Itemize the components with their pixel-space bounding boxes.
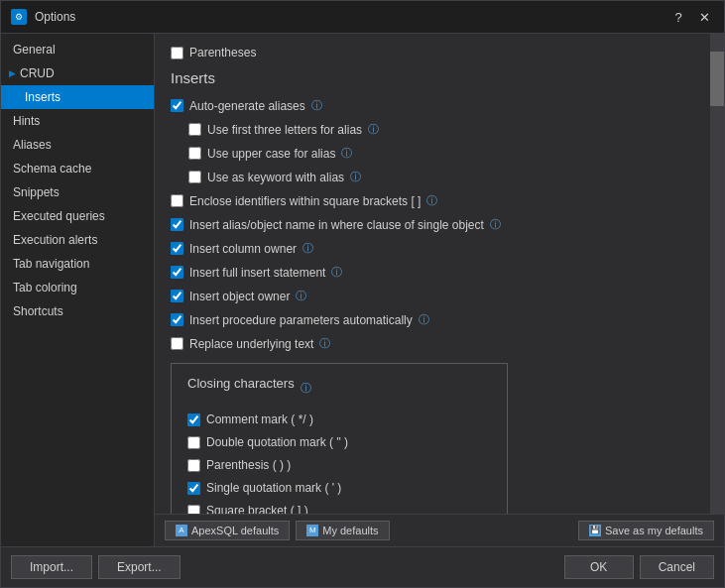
sidebar-item-snippets[interactable]: Snippets	[1, 180, 154, 204]
close-button[interactable]: ✕	[694, 7, 714, 27]
first-three-checkbox[interactable]	[188, 123, 201, 136]
auto-generate-label: Auto-generate aliases	[189, 99, 305, 113]
title-bar-left: ⚙ Options	[11, 9, 75, 25]
sidebar-item-label: Snippets	[13, 185, 60, 199]
object-owner-checkbox[interactable]	[171, 290, 183, 302]
apexsql-defaults-button[interactable]: A ApexSQL defaults	[165, 521, 290, 540]
sidebar-item-tab-navigation[interactable]: Tab navigation	[1, 252, 154, 276]
upper-case-checkbox[interactable]	[188, 147, 201, 160]
my-defaults-button[interactable]: M My defaults	[296, 521, 389, 540]
square-brackets-row: Enclose identifiers within square bracke…	[171, 191, 708, 210]
keyword-alias-checkbox[interactable]	[188, 171, 201, 183]
sidebar-item-label: Tab navigation	[13, 257, 89, 271]
column-owner-label: Insert column owner	[189, 242, 297, 256]
main-content-area: General ▶ CRUD Inserts Hints Aliases Sch…	[1, 34, 724, 546]
full-insert-row: Insert full insert statement ⓘ	[171, 263, 708, 282]
replace-text-row: Replace underlying text ⓘ	[171, 334, 708, 353]
save-defaults-label: Save as my defaults	[605, 525, 703, 536]
double-quote-checkbox[interactable]	[187, 436, 200, 449]
sidebar: General ▶ CRUD Inserts Hints Aliases Sch…	[1, 34, 155, 546]
parentheses-row: Parentheses	[171, 44, 708, 61]
scrollbar-thumb[interactable]	[710, 52, 724, 106]
object-owner-label: Insert object owner	[189, 290, 290, 303]
replace-text-checkbox[interactable]	[171, 337, 183, 350]
sidebar-item-hints[interactable]: Hints	[1, 109, 154, 133]
my-defaults-label: My defaults	[322, 525, 378, 536]
procedure-params-checkbox[interactable]	[171, 313, 183, 326]
sidebar-item-general[interactable]: General	[1, 38, 154, 61]
object-owner-info-icon[interactable]: ⓘ	[296, 289, 306, 303]
square-bracket-row: Square bracket ( ] )	[187, 502, 491, 514]
sidebar-item-label: Aliases	[13, 138, 52, 152]
sidebar-item-inserts[interactable]: Inserts	[1, 85, 154, 109]
sidebar-item-label: Schema cache	[13, 162, 91, 176]
my-defaults-icon: M	[306, 525, 318, 536]
replace-text-label: Replace underlying text	[189, 337, 313, 351]
sidebar-item-shortcuts[interactable]: Shortcuts	[1, 299, 154, 323]
bottom-action-bar: Import... Export... OK Cancel	[1, 546, 724, 587]
parenthesis-checkbox[interactable]	[187, 459, 200, 472]
procedure-params-info-icon[interactable]: ⓘ	[419, 312, 429, 327]
sidebar-item-label: CRUD	[20, 66, 55, 80]
sidebar-item-tab-coloring[interactable]: Tab coloring	[1, 276, 154, 299]
closing-info-icon[interactable]: ⓘ	[301, 381, 311, 396]
import-button[interactable]: Import...	[11, 555, 92, 579]
sidebar-item-label: Hints	[13, 114, 40, 128]
square-brackets-checkbox[interactable]	[171, 194, 183, 207]
alias-where-label: Insert alias/object name in where clause…	[189, 218, 484, 232]
scrollbar-track[interactable]	[710, 34, 724, 514]
column-owner-checkbox[interactable]	[171, 242, 183, 255]
alias-where-checkbox[interactable]	[171, 218, 183, 231]
ok-button[interactable]: OK	[564, 555, 634, 579]
upper-case-info-icon[interactable]: ⓘ	[341, 146, 352, 161]
double-quote-row: Double quotation mark ( " )	[187, 433, 491, 451]
sidebar-item-crud[interactable]: ▶ CRUD	[1, 61, 154, 85]
full-insert-checkbox[interactable]	[171, 266, 183, 279]
closing-title-row: Closing characters ⓘ	[187, 376, 491, 401]
keyword-alias-label: Use as keyword with alias	[207, 171, 344, 184]
keyword-alias-info-icon[interactable]: ⓘ	[350, 170, 361, 184]
parentheses-checkbox[interactable]	[171, 47, 183, 59]
single-quote-row: Single quotation mark ( ' )	[187, 479, 491, 497]
sidebar-item-label: Tab coloring	[13, 281, 77, 294]
sidebar-item-schema-cache[interactable]: Schema cache	[1, 157, 154, 180]
comment-mark-checkbox[interactable]	[187, 413, 200, 426]
procedure-params-row: Insert procedure parameters automaticall…	[171, 310, 708, 329]
alias-where-info-icon[interactable]: ⓘ	[490, 217, 501, 232]
closing-title: Closing characters	[187, 376, 295, 391]
full-insert-info-icon[interactable]: ⓘ	[331, 265, 342, 280]
column-owner-info-icon[interactable]: ⓘ	[302, 241, 313, 256]
square-bracket-label: Square bracket ( ] )	[206, 504, 308, 514]
square-bracket-checkbox[interactable]	[187, 505, 200, 515]
section-title: Inserts	[171, 69, 708, 86]
double-quote-label: Double quotation mark ( " )	[206, 435, 348, 449]
parenthesis-row: Parenthesis ( ) )	[187, 456, 491, 474]
export-button[interactable]: Export...	[98, 555, 181, 579]
parentheses-label: Parentheses	[189, 46, 256, 59]
closing-characters-box: Closing characters ⓘ Comment mark ( */ )…	[171, 363, 508, 514]
auto-generate-info-icon[interactable]: ⓘ	[311, 98, 322, 113]
column-owner-row: Insert column owner ⓘ	[171, 239, 708, 258]
help-button[interactable]: ?	[668, 7, 688, 27]
sidebar-item-label: General	[13, 43, 56, 57]
sidebar-item-label: Shortcuts	[13, 304, 63, 318]
apexsql-defaults-label: ApexSQL defaults	[191, 525, 279, 536]
square-brackets-info-icon[interactable]: ⓘ	[426, 193, 437, 208]
sidebar-item-execution-alerts[interactable]: Execution alerts	[1, 228, 154, 252]
replace-text-info-icon[interactable]: ⓘ	[319, 336, 330, 351]
object-owner-row: Insert object owner ⓘ	[171, 287, 708, 305]
upper-case-row: Use upper case for alias ⓘ	[171, 144, 708, 163]
footer-defaults-bar: A ApexSQL defaults M My defaults 💾 Save …	[155, 514, 724, 546]
save-defaults-button[interactable]: 💾 Save as my defaults	[578, 521, 714, 540]
sidebar-item-aliases[interactable]: Aliases	[1, 133, 154, 157]
auto-generate-checkbox[interactable]	[171, 99, 183, 112]
apexsql-icon: A	[176, 525, 187, 536]
crud-arrow-icon: ▶	[9, 68, 16, 78]
first-three-info-icon[interactable]: ⓘ	[368, 122, 379, 137]
dialog-icon: ⚙	[11, 9, 27, 25]
sidebar-item-executed-queries[interactable]: Executed queries	[1, 204, 154, 228]
single-quote-checkbox[interactable]	[187, 482, 200, 495]
keyword-alias-row: Use as keyword with alias ⓘ	[171, 168, 708, 186]
bottom-left: Import... Export...	[11, 555, 181, 579]
cancel-button[interactable]: Cancel	[640, 555, 714, 579]
